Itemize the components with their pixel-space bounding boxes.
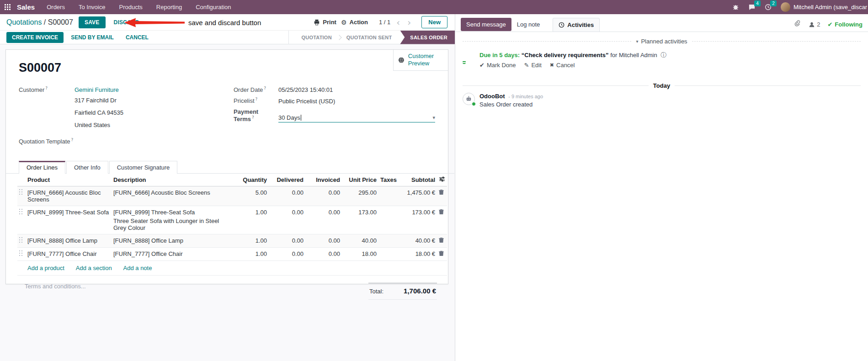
menu-products[interactable]: Products <box>119 4 142 11</box>
add-note-link[interactable]: Add a note <box>123 265 152 271</box>
customer-value-link[interactable]: Gemini Furniture <box>75 86 119 93</box>
status-row: CREATE INVOICE SEND BY EMAIL CANCEL QUOT… <box>0 31 455 44</box>
message-author[interactable]: OdooBot <box>479 93 505 100</box>
activities-clock-icon[interactable]: 2 <box>765 4 772 11</box>
log-note-button[interactable]: Log note <box>511 18 546 31</box>
drag-handle-icon[interactable] <box>17 247 26 260</box>
create-invoice-button[interactable]: CREATE INVOICE <box>6 32 64 43</box>
cancel-button[interactable]: CANCEL <box>121 32 153 43</box>
customer-preview-label: Customer Preview <box>408 53 443 68</box>
new-button[interactable]: New <box>421 16 447 28</box>
col-product[interactable]: Product <box>26 174 112 186</box>
send-message-button[interactable]: Send message <box>461 18 511 31</box>
table-row[interactable]: [FURN_8888] Office Lamp [FURN_8888] Offi… <box>17 234 447 247</box>
col-taxes[interactable]: Taxes <box>378 174 405 186</box>
payment-terms-input[interactable]: 30 Days ▾ <box>278 114 435 122</box>
user-avatar <box>781 2 790 12</box>
activities-badge: 2 <box>770 0 777 6</box>
notebook-tabs: Order Lines Other Info Customer Signatur… <box>19 161 448 174</box>
menu-to-invoice[interactable]: To Invoice <box>79 4 106 11</box>
order-date-value[interactable]: 05/25/2023 15:40:01 <box>278 86 333 93</box>
cancel-activity-button[interactable]: ✖Cancel <box>550 62 575 69</box>
address-line-3: United States <box>75 122 110 128</box>
pager: 1 / 1 <box>379 19 390 26</box>
user-name: Mitchell Admin (save_discar <box>793 4 867 11</box>
edit-activity-button[interactable]: ✎Edit <box>524 62 541 69</box>
col-invoiced[interactable]: Invoiced <box>305 174 342 186</box>
menu-orders[interactable]: Orders <box>47 4 65 11</box>
order-date-label: Order Date? <box>234 86 278 93</box>
discard-button[interactable]: DISCARD <box>109 16 144 28</box>
menu-configuration[interactable]: Configuration <box>196 4 231 11</box>
table-row[interactable]: [FURN_7777] Office Chair [FURN_7777] Off… <box>17 247 447 260</box>
check-icon: ✔ <box>479 62 485 69</box>
red-arrow-annotation: save and discard button <box>124 18 261 27</box>
address-line-1: 317 Fairchild Dr <box>75 97 117 104</box>
messages-icon[interactable]: 4 <box>748 4 756 11</box>
clock-icon <box>559 22 564 28</box>
send-by-email-button[interactable]: SEND BY EMAIL <box>66 32 118 43</box>
activities-tab-button[interactable]: Activities <box>553 18 600 32</box>
mark-done-button[interactable]: ✔Mark Done <box>479 62 516 69</box>
attachment-paperclip-icon[interactable] <box>794 20 801 29</box>
delete-line-icon[interactable] <box>439 250 444 256</box>
col-subtotal[interactable]: Subtotal <box>405 174 437 186</box>
pager-previous-icon[interactable]: ‹ <box>395 18 401 27</box>
terms-placeholder[interactable]: Terms and conditions... <box>25 283 86 290</box>
total-value: 1,706.00 € <box>404 287 436 295</box>
online-status-icon <box>472 102 476 106</box>
add-product-link[interactable]: Add a product <box>27 265 64 271</box>
state-quotation-sent[interactable]: QUOTATION SENT <box>341 35 398 40</box>
message-time: - 9 minutes ago <box>508 94 543 99</box>
table-row[interactable]: [FURN_6666] Acoustic Bloc Screens [FURN_… <box>17 186 447 206</box>
col-delivered[interactable]: Delivered <box>269 174 305 186</box>
tab-order-lines[interactable]: Order Lines <box>19 161 65 174</box>
planned-activities-toggle[interactable]: ▾ Planned activities <box>636 38 687 45</box>
drag-handle-icon[interactable] <box>17 186 26 206</box>
tab-customer-signature[interactable]: Customer Signature <box>109 161 178 174</box>
delete-line-icon[interactable] <box>439 189 444 195</box>
followers-person-icon <box>809 21 815 28</box>
col-unit-price[interactable]: Unit Price <box>342 174 378 186</box>
col-description[interactable]: Description <box>112 174 233 186</box>
help-icon: ? <box>45 86 48 90</box>
breadcrumb-quotations[interactable]: Quotations <box>6 18 42 26</box>
drag-handle-icon[interactable] <box>17 234 26 247</box>
state-sales-order[interactable]: SALES ORDER <box>400 31 455 44</box>
column-settings-icon[interactable] <box>439 176 445 182</box>
menu-reporting[interactable]: Reporting <box>156 4 182 11</box>
activity-title: “Check delivery requirements” <box>522 52 609 58</box>
state-quotation[interactable]: QUOTATION <box>296 35 337 40</box>
followers-button[interactable]: 2 <box>809 21 820 28</box>
annotation-text: save and discard button <box>188 19 261 27</box>
user-menu[interactable]: Mitchell Admin (save_discar <box>781 2 867 12</box>
app-name[interactable]: Sales <box>17 3 35 11</box>
add-section-link[interactable]: Add a section <box>76 265 112 271</box>
planned-activities-divider: ▾ Planned activities <box>463 38 861 45</box>
following-button[interactable]: ✔ Following <box>827 21 863 28</box>
debug-bug-icon[interactable] <box>732 4 739 11</box>
print-button[interactable]: Print <box>314 19 336 26</box>
pricelist-value[interactable]: Public Pricelist (USD) <box>278 98 335 105</box>
breadcrumb: Quotations / S00007 <box>6 18 73 27</box>
action-button[interactable]: ⚙ Action <box>341 19 368 26</box>
delete-line-icon[interactable] <box>439 237 444 243</box>
activity-item: Due in 5 days: “Check delivery requireme… <box>455 47 868 69</box>
col-quantity[interactable]: Quantity <box>233 174 269 186</box>
tab-other-info[interactable]: Other Info <box>66 161 108 174</box>
payment-terms-label: Payment Terms? <box>234 108 278 122</box>
totals-box: Total: 1,706.00 € <box>368 283 437 300</box>
odoobot-avatar <box>463 93 475 105</box>
table-row[interactable]: [FURN_8999] Three-Seat Sofa [FURN_8999] … <box>17 206 447 234</box>
customer-preview-button[interactable]: Customer Preview <box>393 50 448 71</box>
drag-handle-icon[interactable] <box>17 206 26 234</box>
dropdown-caret-icon[interactable]: ▾ <box>432 115 435 121</box>
text-cursor <box>301 115 301 121</box>
save-button[interactable]: SAVE <box>79 16 106 28</box>
info-icon[interactable]: ⓘ <box>660 52 666 58</box>
order-sheet: Customer Preview S00007 Customer? Gemini… <box>5 49 448 284</box>
pager-next-icon[interactable]: › <box>406 18 412 27</box>
delete-line-icon[interactable] <box>439 209 444 215</box>
form-view: Customer Preview S00007 Customer? Gemini… <box>0 44 455 361</box>
apps-grid-icon[interactable] <box>5 4 11 10</box>
